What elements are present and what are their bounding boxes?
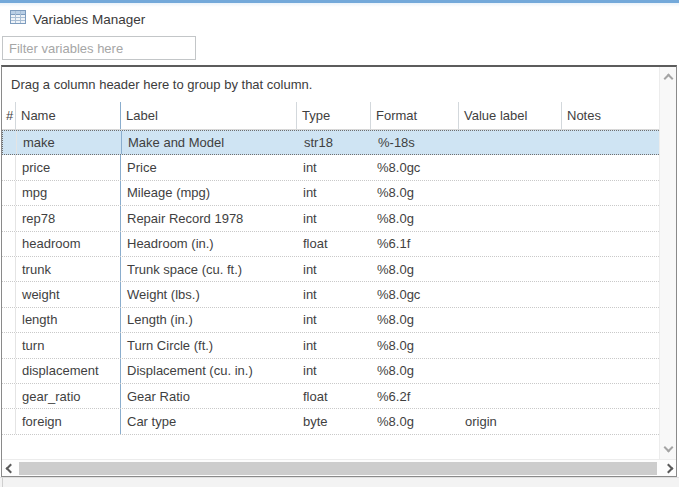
cell-index[interactable] — [2, 257, 16, 281]
table-row[interactable]: rep78Repair Record 1978int%8.0g — [2, 206, 659, 231]
group-by-band[interactable]: Drag a column header here to group by th… — [2, 67, 659, 102]
cell-index[interactable] — [2, 155, 16, 179]
cell-format[interactable]: %8.0g — [371, 359, 459, 383]
cell-label[interactable]: Weight (lbs.) — [121, 282, 297, 306]
column-header-value-label[interactable]: Value label — [459, 102, 562, 129]
cell-type[interactable]: int — [297, 333, 371, 357]
cell-format[interactable]: %8.0g — [371, 333, 459, 357]
cell-index[interactable] — [2, 206, 16, 230]
cell-index[interactable] — [2, 359, 16, 383]
cell-format[interactable]: %6.2f — [371, 384, 459, 408]
cell-name[interactable]: make — [17, 131, 122, 154]
cell-name[interactable]: turn — [16, 333, 121, 357]
cell-label[interactable]: Price — [121, 155, 297, 179]
table-row[interactable]: displacementDisplacement (cu. in.)int%8.… — [2, 359, 659, 384]
cell-type[interactable]: float — [297, 232, 371, 256]
cell-value-label[interactable] — [459, 181, 562, 205]
filter-variables-input[interactable] — [2, 36, 196, 60]
table-row[interactable]: weightWeight (lbs.)int%8.0gc — [2, 282, 659, 307]
chevron-up-icon[interactable] — [663, 74, 673, 84]
cell-name[interactable]: foreign — [16, 409, 121, 433]
cell-notes[interactable] — [562, 333, 659, 357]
vertical-scrollbar[interactable] — [659, 67, 676, 459]
cell-label[interactable]: Length (in.) — [121, 308, 297, 332]
cell-type[interactable]: float — [297, 384, 371, 408]
cell-name[interactable]: mpg — [16, 181, 121, 205]
cell-type[interactable]: int — [297, 308, 371, 332]
cell-index[interactable] — [2, 384, 16, 408]
cell-type[interactable]: int — [297, 155, 371, 179]
table-row[interactable]: gear_ratioGear Ratiofloat%6.2f — [2, 384, 659, 409]
cell-label[interactable]: Mileage (mpg) — [121, 181, 297, 205]
cell-name[interactable]: displacement — [16, 359, 121, 383]
cell-index[interactable] — [2, 333, 16, 357]
cell-notes[interactable] — [562, 384, 659, 408]
cell-type[interactable]: str18 — [298, 131, 372, 154]
cell-notes[interactable] — [562, 181, 659, 205]
cell-value-label[interactable] — [459, 257, 562, 281]
cell-type[interactable]: int — [297, 206, 371, 230]
cell-value-label[interactable] — [459, 384, 562, 408]
cell-format[interactable]: %8.0gc — [371, 282, 459, 306]
cell-type[interactable]: byte — [297, 409, 371, 433]
horizontal-scrollbar[interactable] — [2, 459, 676, 476]
cell-format[interactable]: %8.0g — [371, 308, 459, 332]
cell-label[interactable]: Gear Ratio — [121, 384, 297, 408]
cell-index[interactable] — [2, 282, 16, 306]
cell-format[interactable]: %8.0g — [371, 181, 459, 205]
cell-value-label[interactable] — [459, 333, 562, 357]
cell-value-label[interactable]: origin — [459, 409, 562, 433]
cell-type[interactable]: int — [297, 181, 371, 205]
cell-index[interactable] — [2, 308, 16, 332]
cell-value-label[interactable] — [459, 359, 562, 383]
cell-index[interactable] — [2, 232, 16, 256]
table-row[interactable]: foreignCar typebyte%8.0gorigin — [2, 409, 659, 434]
cell-notes[interactable] — [562, 257, 659, 281]
cell-name[interactable]: trunk — [16, 257, 121, 281]
cell-notes[interactable] — [562, 282, 659, 306]
cell-name[interactable]: weight — [16, 282, 121, 306]
cell-label[interactable]: Make and Model — [122, 131, 298, 154]
cell-type[interactable]: int — [297, 359, 371, 383]
cell-label[interactable]: Displacement (cu. in.) — [121, 359, 297, 383]
cell-index[interactable] — [2, 409, 16, 433]
cell-type[interactable]: int — [297, 282, 371, 306]
cell-type[interactable]: int — [297, 257, 371, 281]
cell-name[interactable]: gear_ratio — [16, 384, 121, 408]
column-header-index[interactable]: # — [2, 102, 16, 129]
cell-index[interactable] — [2, 181, 16, 205]
cell-label[interactable]: Car type — [121, 409, 297, 433]
column-header-notes[interactable]: Notes — [562, 102, 659, 129]
cell-name[interactable]: rep78 — [16, 206, 121, 230]
cell-value-label[interactable] — [459, 232, 562, 256]
cell-label[interactable]: Trunk space (cu. ft.) — [121, 257, 297, 281]
cell-value-label[interactable] — [459, 308, 562, 332]
chevron-down-icon[interactable] — [663, 443, 673, 453]
cell-notes[interactable] — [562, 206, 659, 230]
column-header-type[interactable]: Type — [297, 102, 371, 129]
column-header-format[interactable]: Format — [371, 102, 459, 129]
cell-format[interactable]: %8.0gc — [371, 155, 459, 179]
cell-notes[interactable] — [562, 359, 659, 383]
cell-name[interactable]: headroom — [16, 232, 121, 256]
cell-name[interactable]: price — [16, 155, 121, 179]
cell-index[interactable] — [3, 131, 17, 154]
cell-value-label[interactable] — [459, 206, 562, 230]
cell-value-label[interactable] — [459, 155, 562, 179]
table-row[interactable]: lengthLength (in.)int%8.0g — [2, 308, 659, 333]
scroll-left-button[interactable] — [2, 460, 18, 476]
scroll-right-button[interactable] — [660, 460, 676, 476]
cell-label[interactable]: Repair Record 1978 — [121, 206, 297, 230]
cell-format[interactable]: %6.1f — [371, 232, 459, 256]
horizontal-scroll-thumb[interactable] — [19, 462, 657, 475]
cell-value-label[interactable] — [459, 282, 562, 306]
column-header-name[interactable]: Name — [16, 102, 121, 129]
cell-format[interactable]: %8.0g — [371, 257, 459, 281]
cell-notes[interactable] — [562, 155, 659, 179]
cell-format[interactable]: %8.0g — [371, 409, 459, 433]
table-row[interactable]: pricePriceint%8.0gc — [2, 155, 659, 180]
cell-format[interactable]: %8.0g — [371, 206, 459, 230]
cell-format[interactable]: %-18s — [372, 131, 460, 154]
table-row[interactable]: trunkTrunk space (cu. ft.)int%8.0g — [2, 257, 659, 282]
table-row[interactable]: headroomHeadroom (in.)float%6.1f — [2, 232, 659, 257]
